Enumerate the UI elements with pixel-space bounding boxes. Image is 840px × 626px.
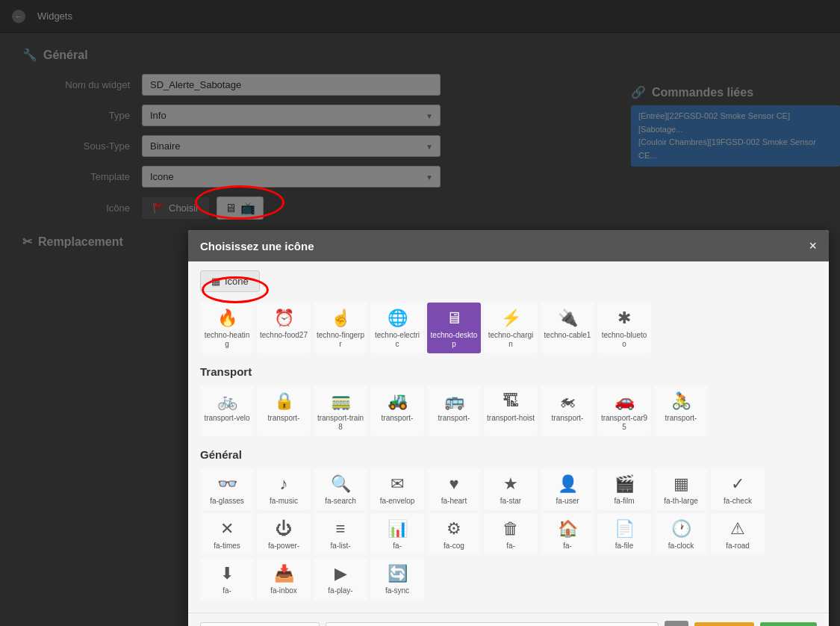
icon-fa-th-large[interactable]: ▦ fa-th-large	[654, 468, 708, 510]
icon-techno-desktop[interactable]: 🖥 techno-desktop	[427, 303, 481, 353]
grid-icon: ▦	[211, 276, 220, 287]
icon-fa-play[interactable]: ▶ fa-play-	[314, 558, 367, 600]
icon-transport-lock[interactable]: 🔒 transport-	[257, 385, 311, 436]
icon-transport-car95[interactable]: 🚗 transport-car95	[597, 385, 651, 436]
techno-category: 🔥 techno-heating ⏰ techno-food27 ☝ techn…	[200, 303, 817, 353]
icon-fa-power[interactable]: ⏻ fa-power-	[257, 513, 311, 555]
icon-transport-hoist[interactable]: 🏗 transport-hoist	[484, 385, 538, 436]
icon-fa-bar-chart[interactable]: 📊 fa-	[370, 513, 424, 555]
icon-transport-moto[interactable]: 🏍 transport-	[541, 385, 594, 436]
footer-category-select[interactable]: Aucune	[200, 622, 320, 627]
icon-fa-sync[interactable]: 🔄 fa-sync	[370, 558, 424, 600]
icon-fa-file[interactable]: 📄 fa-file	[597, 513, 651, 555]
modal-body: ▦ Icône 🔥 techno-heating ⏰ techno-food27…	[188, 261, 829, 613]
icon-fa-inbox[interactable]: 📥 fa-inbox	[257, 558, 311, 600]
icon-fa-road[interactable]: ⚠ fa-road	[711, 513, 765, 555]
icon-transport-bus[interactable]: 🚌 transport-	[427, 385, 481, 436]
transport-category-title: Transport	[200, 365, 817, 378]
icon-fa-check[interactable]: ✓ fa-check	[711, 468, 765, 510]
icon-fa-star[interactable]: ★ fa-star	[484, 468, 538, 510]
icon-techno-cable1[interactable]: 🔌 techno-cable1	[541, 303, 594, 353]
icon-fa-trash[interactable]: 🗑 fa-	[484, 513, 538, 555]
footer-search-input[interactable]	[326, 622, 659, 627]
icon-fa-cog[interactable]: ⚙ fa-cog	[427, 513, 481, 555]
icon-transport-bike[interactable]: 🚴 transport-	[654, 385, 708, 436]
icon-techno-electric[interactable]: 🌐 techno-electric	[370, 303, 424, 353]
valider-button[interactable]: Valider	[760, 622, 817, 627]
icon-fa-glasses[interactable]: 👓 fa-glasses	[200, 468, 254, 510]
icon-techno-bluetoo[interactable]: ✱ techno-bluetoo	[597, 303, 651, 353]
icon-fa-music[interactable]: ♪ fa-music	[257, 468, 311, 510]
icon-transport-tractor[interactable]: 🚜 transport-	[370, 385, 424, 436]
icon-fa-heart[interactable]: ♥ fa-heart	[427, 468, 481, 510]
icon-fa-search[interactable]: 🔍 fa-search	[314, 468, 367, 510]
icon-techno-food27[interactable]: ⏰ techno-food27	[257, 303, 311, 353]
icon-techno-fingerpr[interactable]: ☝ techno-fingerpr	[314, 303, 367, 353]
footer-select-wrapper: Aucune	[200, 622, 320, 627]
icon-picker-modal: Choisissez une icône × ▦ Icône 🔥 techno-…	[188, 230, 829, 626]
icone-tab[interactable]: ▦ Icône	[200, 270, 260, 292]
general-icon-category: Général 👓 fa-glasses ♪ fa-music 🔍 fa-sea…	[200, 448, 817, 600]
footer-clear-button[interactable]: ×	[665, 621, 688, 626]
modal-footer: Aucune × Annuler Valider	[188, 613, 829, 626]
general-icon-grid: 👓 fa-glasses ♪ fa-music 🔍 fa-search ✉ fa…	[200, 468, 817, 600]
icon-fa-list[interactable]: ≡ fa-list-	[314, 513, 367, 555]
icon-fa-times[interactable]: ✕ fa-times	[200, 513, 254, 555]
general-icon-category-title: Général	[200, 448, 817, 461]
transport-category: Transport 🚲 transport-velo 🔒 transport- …	[200, 365, 817, 436]
modal-close-button[interactable]: ×	[809, 239, 817, 252]
transport-icon-grid: 🚲 transport-velo 🔒 transport- 🚃 transpor…	[200, 385, 817, 436]
icon-transport-train8[interactable]: 🚃 transport-train8	[314, 385, 367, 436]
icon-techno-chargin[interactable]: ⚡ techno-chargin	[484, 303, 538, 353]
icon-fa-film[interactable]: 🎬 fa-film	[597, 468, 651, 510]
icon-techno-heating[interactable]: 🔥 techno-heating	[200, 303, 254, 353]
modal-header: Choisissez une icône ×	[188, 230, 829, 261]
icon-fa-envelope[interactable]: ✉ fa-envelop	[370, 468, 424, 510]
icon-fa-clock[interactable]: 🕐 fa-clock	[654, 513, 708, 555]
techno-icon-grid: 🔥 techno-heating ⏰ techno-food27 ☝ techn…	[200, 303, 817, 353]
modal-title: Choisissez une icône	[200, 240, 314, 252]
icon-fa-user[interactable]: 👤 fa-user	[541, 468, 594, 510]
icon-transport-velo[interactable]: 🚲 transport-velo	[200, 385, 254, 436]
icon-fa-home[interactable]: 🏠 fa-	[541, 513, 594, 555]
icon-fa-download[interactable]: ⬇ fa-	[200, 558, 254, 600]
annuler-button[interactable]: Annuler	[694, 622, 755, 627]
